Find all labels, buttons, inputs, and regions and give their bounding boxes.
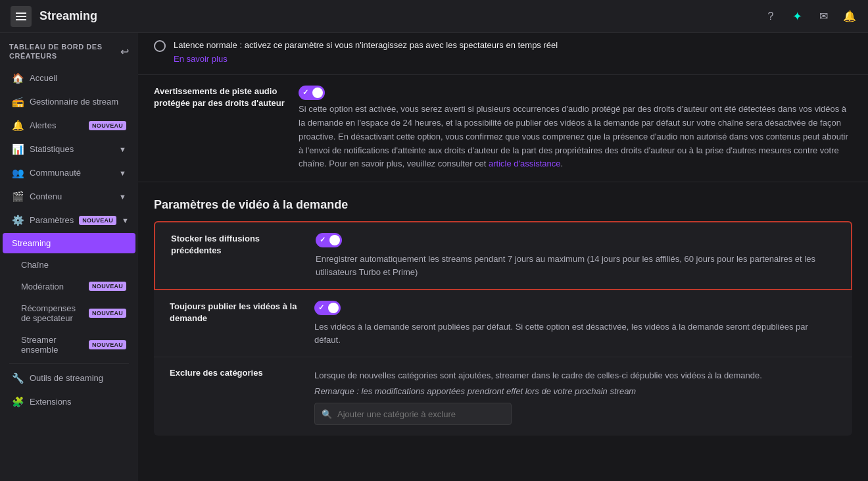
sidebar-label-gestionnaire: Gestionnaire de stream: [30, 97, 126, 107]
parametres-badge: NOUVEAU: [79, 216, 116, 225]
audio-description: Si cette option est activée, vous serez …: [299, 103, 852, 171]
moderation-badge: NOUVEAU: [89, 282, 126, 291]
exclude-search-input[interactable]: [337, 409, 504, 419]
sidebar-header: Tableau de bord des créateurs ↩: [0, 33, 138, 66]
audio-content-col: ✓ Si cette option est activée, vous sere…: [299, 86, 852, 171]
publish-row: Toujours publier les vidéos à la demande…: [154, 290, 852, 357]
sidebar-divider: [9, 363, 129, 364]
store-label-col: Stocker les diffusions précédentes: [171, 233, 302, 278]
exclude-label-title: Exclure des catégories: [170, 368, 301, 378]
exclude-note: Remarque : les modifications apportées p…: [314, 385, 836, 398]
exclude-search-wrap[interactable]: 🔍: [314, 403, 512, 425]
sidebar-label-chaine: Chaîne: [21, 260, 126, 270]
sidebar-item-accueil[interactable]: 🏠 Accueil: [3, 67, 135, 89]
topbar: Streaming ? ✦ ✉ 🔔: [0, 0, 868, 33]
audio-label-col: Avertissements de piste audio protégée p…: [154, 86, 285, 171]
sidebar-item-alertes[interactable]: 🔔 Alertes NOUVEAU: [3, 114, 135, 137]
sidebar-item-gestionnaire[interactable]: 📻 Gestionnaire de stream: [3, 91, 135, 113]
store-toggle-check-icon: ✓: [320, 236, 326, 244]
sidebar-item-chaine[interactable]: Chaîne: [3, 255, 135, 275]
sidebar-item-outils-streaming[interactable]: 🔧 Outils de streaming: [3, 367, 135, 390]
recompenses-badge: NOUVEAU: [89, 309, 126, 318]
publish-toggle-thumb: [328, 303, 339, 313]
inbox-icon[interactable]: ✉: [815, 9, 831, 24]
latence-text: Latence normale : activez ce paramètre s…: [174, 39, 558, 51]
sidebar-item-parametres[interactable]: ⚙️ Paramètres NOUVEAU ▼: [3, 209, 135, 232]
publish-label-col: Toujours publier les vidéos à la demande: [170, 301, 301, 346]
alertes-badge: NOUVEAU: [89, 121, 126, 130]
menu-icon[interactable]: [11, 6, 32, 27]
sidebar-label-accueil: Accueil: [30, 73, 126, 83]
audio-toggle[interactable]: ✓: [299, 86, 325, 100]
audio-section: Avertissements de piste audio protégée p…: [138, 75, 868, 182]
main-content: Latence normale : activez ce paramètre s…: [138, 33, 868, 481]
sidebar-label-streamer-ensemble: Streamer ensemble: [21, 335, 84, 355]
exclude-content-col: Lorsque de nouvelles catégories sont ajo…: [314, 368, 836, 425]
settings-icon: ⚙️: [12, 215, 24, 226]
sidebar-label-contenu: Contenu: [30, 191, 114, 201]
sidebar-item-moderation[interactable]: Modération NOUVEAU: [3, 276, 135, 297]
audio-toggle-track: ✓: [299, 86, 325, 100]
home-icon: 🏠: [12, 72, 24, 84]
sidebar-item-recompenses[interactable]: Récompenses de spectateur NOUVEAU: [3, 298, 135, 328]
gem-icon[interactable]: ✦: [789, 9, 805, 24]
publish-content-col: ✓ Les vidéos à la demande seront publiée…: [314, 301, 836, 346]
publish-toggle-check-icon: ✓: [318, 303, 324, 312]
sidebar-label-parametres: Paramètres: [30, 215, 74, 225]
sidebar-label-streaming: Streaming: [12, 238, 126, 248]
publish-description: Les vidéos à la demande seront publiées …: [314, 320, 836, 346]
store-toggle-thumb: [329, 235, 340, 245]
latence-radio[interactable]: [154, 40, 166, 52]
sidebar-label-communaute: Communauté: [30, 168, 114, 178]
layout: Tableau de bord des créateurs ↩ 🏠 Accuei…: [0, 33, 868, 481]
tools-icon: 🔧: [12, 372, 24, 384]
exclude-label-col: Exclure des catégories: [170, 368, 301, 425]
stats-chevron-icon: ▼: [119, 145, 126, 153]
publish-toggle[interactable]: ✓: [314, 301, 341, 315]
content-chevron-icon: ▼: [119, 193, 126, 201]
publish-toggle-track: ✓: [314, 301, 341, 315]
stats-icon: 📊: [12, 143, 24, 155]
latence-link[interactable]: En savoir plus: [174, 54, 558, 64]
sidebar-label-statistiques: Statistiques: [30, 144, 114, 154]
topbar-title: Streaming: [39, 9, 755, 23]
community-icon: 👥: [12, 167, 24, 179]
parametres-chevron-icon: ▼: [122, 216, 129, 224]
topbar-icons: ? ✦ ✉ 🔔: [763, 9, 857, 24]
store-toggle[interactable]: ✓: [316, 233, 342, 247]
publish-label-title: Toujours publier les vidéos à la demande: [170, 301, 301, 324]
notification-icon[interactable]: 🔔: [842, 9, 857, 24]
latence-row: Latence normale : activez ce paramètre s…: [138, 33, 868, 75]
exclude-row: Exclure des catégories Lorsque de nouvel…: [154, 357, 852, 436]
sidebar-collapse-button[interactable]: ↩: [120, 45, 129, 58]
sidebar-label-outils: Outils de streaming: [30, 373, 126, 383]
sidebar-item-contenu[interactable]: 🎬 Contenu ▼: [3, 186, 135, 208]
sidebar-item-statistiques[interactable]: 📊 Statistiques ▼: [3, 138, 135, 161]
audio-label-title: Avertissements de piste audio protégée p…: [154, 86, 285, 109]
sidebar-item-extensions[interactable]: 🧩 Extensions: [3, 391, 135, 413]
exclude-description: Lorsque de nouvelles catégories sont ajo…: [314, 369, 836, 382]
store-description: Enregistrer automatiquement les streams …: [316, 253, 835, 278]
sidebar-label-recompenses: Récompenses de spectateur: [21, 303, 84, 323]
sidebar-item-communaute[interactable]: 👥 Communauté ▼: [3, 162, 135, 184]
help-icon[interactable]: ?: [763, 9, 779, 24]
store-content-col: ✓ Enregistrer automatiquement les stream…: [316, 233, 835, 278]
store-toggle-track: ✓: [316, 233, 342, 247]
sidebar: Tableau de bord des créateurs ↩ 🏠 Accuei…: [0, 33, 138, 481]
content-icon: 🎬: [12, 191, 24, 203]
vod-section-title: Paramètres de vidéo à la demande: [138, 182, 868, 221]
stream-manager-icon: 📻: [12, 96, 24, 108]
sidebar-item-streamer-ensemble[interactable]: Streamer ensemble NOUVEAU: [3, 330, 135, 360]
search-icon: 🔍: [322, 409, 332, 419]
streamer-ensemble-badge: NOUVEAU: [89, 340, 126, 349]
audio-help-link[interactable]: article d'assistance: [489, 159, 560, 168]
toggle-check-icon: ✓: [302, 88, 308, 97]
store-label-title: Stocker les diffusions précédentes: [171, 233, 302, 257]
audio-toggle-thumb: [312, 88, 323, 98]
sidebar-header-title: Tableau de bord des créateurs: [9, 42, 120, 61]
vod-block: Stocker les diffusions précédentes ✓ Enr…: [154, 221, 852, 436]
community-chevron-icon: ▼: [119, 169, 126, 177]
sidebar-label-extensions: Extensions: [30, 397, 126, 407]
sidebar-item-streaming[interactable]: Streaming: [3, 233, 135, 253]
store-row: Stocker les diffusions précédentes ✓ Enr…: [154, 221, 852, 290]
